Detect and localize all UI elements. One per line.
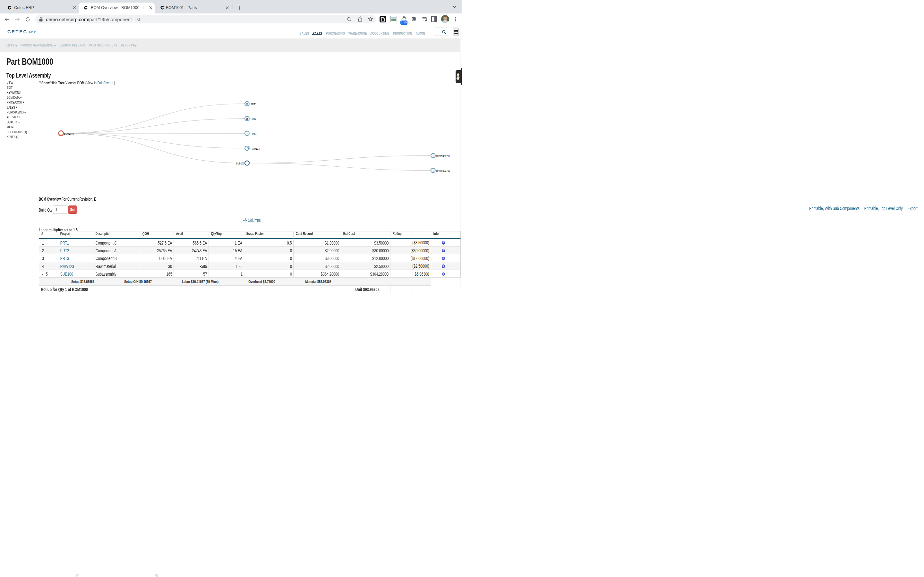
svg-text:15: 15 bbox=[246, 117, 248, 120]
svg-text:RAW123: RAW123 bbox=[250, 147, 260, 150]
svg-text:PRT1: PRT1 bbox=[250, 102, 256, 106]
svg-text:4: 4 bbox=[247, 132, 248, 135]
svg-text:RAW8392785: RAW8392785 bbox=[436, 169, 450, 172]
svg-text:BOM1000: BOM1000 bbox=[64, 132, 74, 135]
svg-text:PRT2: PRT2 bbox=[250, 117, 256, 121]
svg-text:3.5: 3.5 bbox=[246, 103, 248, 105]
svg-text:1: 1 bbox=[247, 162, 248, 164]
svg-text:SUB100: SUB100 bbox=[236, 161, 244, 165]
svg-text:1: 1 bbox=[433, 169, 433, 172]
svg-text:PRT3: PRT3 bbox=[250, 132, 256, 135]
svg-text:1.25: 1.25 bbox=[246, 147, 249, 150]
svg-text:RAW9462711: RAW9462711 bbox=[436, 154, 450, 158]
svg-text:1: 1 bbox=[433, 154, 434, 157]
